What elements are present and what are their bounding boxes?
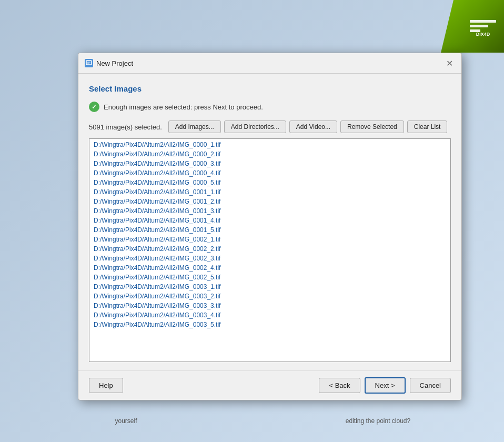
svg-text:DIX4D: DIX4D xyxy=(476,32,490,37)
svg-rect-0 xyxy=(470,20,496,23)
add-video-button[interactable]: Add Video... xyxy=(289,120,337,133)
list-item[interactable]: D:/Wingtra/Pix4D/Altum2/All2/IMG_0000_3.… xyxy=(89,159,450,168)
footer-right: < Back Next > Cancel xyxy=(319,377,451,394)
list-item[interactable]: D:/Wingtra/Pix4D/Altum2/All2/IMG_0002_5.… xyxy=(89,273,450,282)
help-button[interactable]: Help xyxy=(89,378,123,393)
toolbar-row: 5091 image(s) selected. Add Images... Ad… xyxy=(89,120,451,133)
dialog-title: New Project xyxy=(96,59,133,67)
list-item[interactable]: D:/Wingtra/Pix4D/Altum2/All2/IMG_0001_1.… xyxy=(89,187,450,197)
list-item[interactable]: D:/Wingtra/Pix4D/Altum2/All2/IMG_0002_2.… xyxy=(89,244,450,254)
next-button[interactable]: Next > xyxy=(365,377,406,394)
list-item[interactable]: D:/Wingtra/Pix4D/Altum2/All2/IMG_0001_2.… xyxy=(89,197,450,206)
list-item[interactable]: D:/Wingtra/Pix4D/Altum2/All2/IMG_0003_3.… xyxy=(89,301,450,310)
back-button[interactable]: < Back xyxy=(319,378,360,393)
list-item[interactable]: D:/Wingtra/Pix4D/Altum2/All2/IMG_0000_2.… xyxy=(89,149,450,159)
dialog-content: Select Images Enough images are selected… xyxy=(78,74,461,370)
list-item[interactable]: D:/Wingtra/Pix4D/Altum2/All2/IMG_0000_1.… xyxy=(89,140,450,149)
section-title: Select Images xyxy=(89,84,451,93)
dialog-icon xyxy=(85,59,93,67)
list-item[interactable]: D:/Wingtra/Pix4D/Altum2/All2/IMG_0001_4.… xyxy=(89,216,450,225)
status-text: Enough images are selected: press Next t… xyxy=(104,103,263,111)
list-item[interactable]: D:/Wingtra/Pix4D/Altum2/All2/IMG_0002_1.… xyxy=(89,235,450,244)
bg-text-right: editing the point cloud? xyxy=(252,400,504,442)
status-icon xyxy=(89,102,99,112)
bg-text-left: yourself xyxy=(0,400,252,442)
close-button[interactable]: ✕ xyxy=(443,57,455,69)
status-row: Enough images are selected: press Next t… xyxy=(89,102,451,112)
list-item[interactable]: D:/Wingtra/Pix4D/Altum2/All2/IMG_0001_5.… xyxy=(89,225,450,235)
list-item[interactable]: D:/Wingtra/Pix4D/Altum2/All2/IMG_0002_4.… xyxy=(89,263,450,273)
new-project-dialog: New Project ✕ Select Images Enough image… xyxy=(78,53,462,400)
list-item[interactable]: D:/Wingtra/Pix4D/Altum2/All2/IMG_0002_3.… xyxy=(89,254,450,263)
list-item[interactable]: D:/Wingtra/Pix4D/Altum2/All2/IMG_0000_5.… xyxy=(89,178,450,187)
cancel-button[interactable]: Cancel xyxy=(410,378,451,393)
clear-list-button[interactable]: Clear List xyxy=(407,120,448,133)
title-bar: New Project ✕ xyxy=(78,53,461,74)
list-item[interactable]: D:/Wingtra/Pix4D/Altum2/All2/IMG_0003_2.… xyxy=(89,292,450,301)
file-list-container[interactable]: D:/Wingtra/Pix4D/Altum2/All2/IMG_0000_1.… xyxy=(89,138,451,362)
background-text-area: yourself editing the point cloud? xyxy=(0,400,504,442)
title-bar-left: New Project xyxy=(85,59,133,67)
list-item[interactable]: D:/Wingtra/Pix4D/Altum2/All2/IMG_0003_5.… xyxy=(89,320,450,329)
dialog-footer: Help < Back Next > Cancel xyxy=(78,370,461,400)
svg-rect-4 xyxy=(86,61,92,65)
list-item[interactable]: D:/Wingtra/Pix4D/Altum2/All2/IMG_0003_4.… xyxy=(89,310,450,320)
add-images-button[interactable]: Add Images... xyxy=(168,120,221,133)
remove-selected-button[interactable]: Remove Selected xyxy=(340,120,404,133)
image-count: 5091 image(s) selected. xyxy=(89,123,162,131)
list-item[interactable]: D:/Wingtra/Pix4D/Altum2/All2/IMG_0000_4.… xyxy=(89,168,450,178)
footer-left: Help xyxy=(89,378,123,393)
list-item[interactable]: D:/Wingtra/Pix4D/Altum2/All2/IMG_0003_1.… xyxy=(89,282,450,292)
add-directories-button[interactable]: Add Directories... xyxy=(224,120,286,133)
file-list: D:/Wingtra/Pix4D/Altum2/All2/IMG_0000_1.… xyxy=(89,139,450,330)
list-item[interactable]: D:/Wingtra/Pix4D/Altum2/All2/IMG_0001_3.… xyxy=(89,206,450,216)
svg-rect-1 xyxy=(470,25,488,27)
